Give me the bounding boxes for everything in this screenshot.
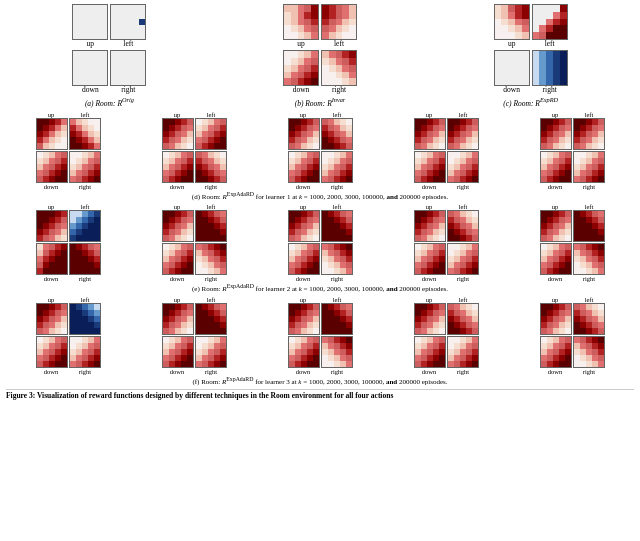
caption-b: (b) Room: RInvar bbox=[295, 96, 346, 108]
grid-d1-down bbox=[36, 151, 68, 183]
grid-c-left bbox=[532, 4, 568, 40]
label-b-left: left bbox=[334, 40, 344, 48]
grid-c-right bbox=[532, 50, 568, 86]
label-b-up: up bbox=[297, 40, 305, 48]
grid-d4-up bbox=[414, 118, 446, 150]
label-c-down: down bbox=[503, 86, 520, 94]
label-b-down: down bbox=[293, 86, 310, 94]
label-a-down: down bbox=[82, 86, 99, 94]
section-a: up left bbox=[72, 4, 146, 107]
grid-d1-right bbox=[69, 151, 101, 183]
caption-a: (a) Room: ROrig bbox=[85, 96, 134, 108]
grid-b-up bbox=[283, 4, 319, 40]
label-c-right: right bbox=[543, 86, 557, 94]
grid-d5-down bbox=[540, 151, 572, 183]
grid-b-right bbox=[321, 50, 357, 86]
figure-caption: Figure 3: Visualization of reward functi… bbox=[6, 389, 634, 400]
row-f: up left bbox=[6, 296, 634, 386]
grid-d4-right bbox=[447, 151, 479, 183]
row-e: up left bbox=[6, 203, 634, 293]
label-a-right: right bbox=[121, 86, 135, 94]
grid-d1-up bbox=[36, 118, 68, 150]
caption-e: (e) Room: RExpAdaRD for learner 2 at k =… bbox=[6, 283, 634, 293]
grid-d4-down bbox=[414, 151, 446, 183]
grid-d3-up bbox=[288, 118, 320, 150]
grid-d1-left bbox=[69, 118, 101, 150]
grid-c-down bbox=[494, 50, 530, 86]
caption-c: (c) Room: RExpRD bbox=[503, 96, 558, 108]
section-c: up left bbox=[494, 4, 568, 107]
label-c-left: left bbox=[545, 40, 555, 48]
grid-d5-right bbox=[573, 151, 605, 183]
grid-a-up bbox=[72, 4, 108, 40]
grid-d2-up bbox=[162, 118, 194, 150]
row-d: up left bbox=[6, 111, 634, 201]
caption-d: (d) Room: RExpAdaRD for learner 1 at k =… bbox=[6, 191, 634, 201]
section-b: up left bbox=[283, 4, 357, 107]
label-a-up: up bbox=[87, 40, 95, 48]
grid-b-left bbox=[321, 4, 357, 40]
grid-c-up bbox=[494, 4, 530, 40]
grid-d5-up bbox=[540, 118, 572, 150]
grid-a-down bbox=[72, 50, 108, 86]
grid-d3-right bbox=[321, 151, 353, 183]
caption-f: (f) Room: RExpAdaRD for learner 3 at k =… bbox=[6, 376, 634, 386]
label-b-right: right bbox=[332, 86, 346, 94]
grid-a-right bbox=[110, 50, 146, 86]
grid-d5-left bbox=[573, 118, 605, 150]
grid-d2-down bbox=[162, 151, 194, 183]
grid-d3-left bbox=[321, 118, 353, 150]
grid-b-down bbox=[283, 50, 319, 86]
grid-a-left bbox=[110, 4, 146, 40]
label-c-up: up bbox=[508, 40, 516, 48]
page-container: up left bbox=[0, 0, 640, 541]
label-a-left: left bbox=[123, 40, 133, 48]
grid-d2-right bbox=[195, 151, 227, 183]
grid-d4-left bbox=[447, 118, 479, 150]
grid-d2-left bbox=[195, 118, 227, 150]
grid-d3-down bbox=[288, 151, 320, 183]
